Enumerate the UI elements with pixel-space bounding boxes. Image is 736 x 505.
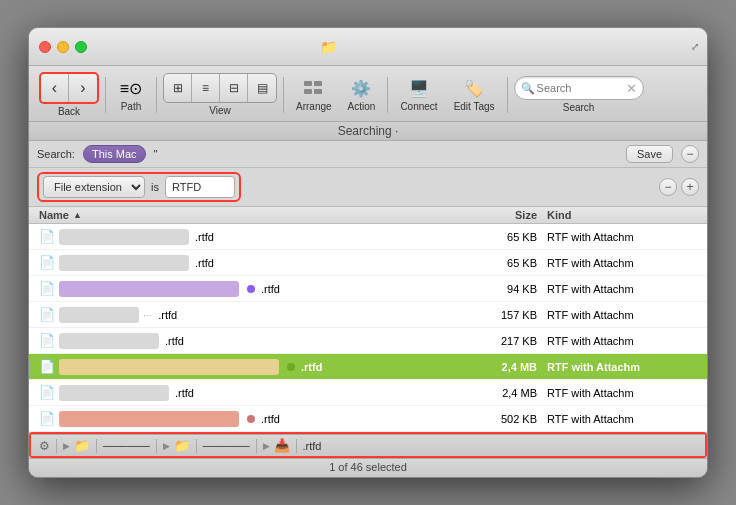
file-name-bar	[59, 229, 189, 245]
connect-label: Connect	[400, 101, 437, 112]
arrange-label: Arrange	[296, 101, 332, 112]
edit-tags-button[interactable]: 🏷️ Edit Tags	[448, 75, 501, 114]
name-column-header[interactable]: Name ▲	[39, 209, 457, 221]
remove-rule-button[interactable]: −	[659, 178, 677, 196]
toolbar: ‹ › Back ≡⊙ Path ⊞ ≡ ⊟ ▤ View	[29, 66, 707, 122]
path-separator-2	[96, 439, 97, 453]
file-name-cell: 📄 .rtfd	[39, 411, 457, 427]
connect-icon: 🖥️	[406, 77, 432, 99]
table-row[interactable]: 📄 ··· .rtfd 157 KB RTF with Attachm	[29, 302, 707, 328]
search-quote: "	[154, 148, 158, 160]
table-row[interactable]: 📄 .rtfd 65 KB RTF with Attachm	[29, 224, 707, 250]
file-ext: .rtfd	[195, 257, 214, 269]
search-scope-label: Search:	[37, 148, 75, 160]
back-button[interactable]: ‹	[41, 74, 69, 102]
file-icon: 📄	[39, 281, 55, 296]
minimize-button[interactable]	[57, 41, 69, 53]
file-name-cell: 📄 .rtfd	[39, 385, 457, 401]
chevron-icon-1: ▶	[63, 441, 70, 451]
kind-cell: RTF with Attachm	[537, 387, 697, 399]
kind-cell: RTF with Attachm	[537, 283, 697, 295]
file-ext: .rtfd	[261, 283, 280, 295]
file-name-bar	[59, 307, 139, 323]
size-cell: 217 KB	[457, 335, 537, 347]
path-button[interactable]: ≡⊙ Path	[112, 75, 150, 114]
add-rule-button[interactable]: +	[681, 178, 699, 196]
path-separator-4	[196, 439, 197, 453]
size-cell: 94 KB	[457, 283, 537, 295]
search-icon: 🔍	[521, 82, 535, 95]
this-mac-button[interactable]: This Mac	[83, 145, 146, 163]
search-box[interactable]: 🔍 ✕	[514, 76, 644, 100]
file-ext: .rtfd	[175, 387, 194, 399]
connect-button[interactable]: 🖥️ Connect	[394, 75, 443, 114]
save-button[interactable]: Save	[626, 145, 673, 163]
table-row[interactable]: 📄 .rtfd 502 KB RTF with Attachm	[29, 406, 707, 432]
remove-filter-button[interactable]: −	[681, 145, 699, 163]
file-icon: 📄	[39, 385, 55, 400]
table-row[interactable]: 📄 .rtfd 2,4 MB RTF with Attachm	[29, 354, 707, 380]
file-name-cell: 📄 .rtfd	[39, 333, 457, 349]
size-column-header[interactable]: Size	[457, 209, 537, 221]
action-label: Action	[348, 101, 376, 112]
filter-highlighted-container: File extension is	[37, 172, 241, 202]
path-item-2: ──────	[203, 440, 250, 452]
file-name-bar	[59, 359, 279, 375]
kind-column-header[interactable]: Kind	[537, 209, 697, 221]
size-cell: 157 KB	[457, 309, 537, 321]
file-icon: 📄	[39, 411, 55, 426]
path-label: Path	[121, 101, 142, 112]
file-name-cell: 📄 .rtfd	[39, 229, 457, 245]
close-button[interactable]	[39, 41, 51, 53]
forward-button[interactable]: ›	[69, 74, 97, 102]
action-icon: ⚙️	[348, 77, 374, 99]
cover-flow-button[interactable]: ▤	[248, 74, 276, 102]
file-list: 📄 .rtfd 65 KB RTF with Attachm 📄 .rtfd 6…	[29, 224, 707, 432]
column-headers: Name ▲ Size Kind	[29, 207, 707, 224]
file-name-cell: 📄 .rtfd	[39, 255, 457, 271]
icon-view-button[interactable]: ⊞	[164, 74, 192, 102]
kind-cell: RTF with Attachm	[537, 335, 697, 347]
table-row[interactable]: 📄 .rtfd 65 KB RTF with Attachm	[29, 250, 707, 276]
folder-icon-2[interactable]: 📁	[174, 438, 190, 453]
table-row[interactable]: 📄 .rtfd 94 KB RTF with Attachm	[29, 276, 707, 302]
column-view-button[interactable]: ⊟	[220, 74, 248, 102]
file-ext: .rtfd	[301, 361, 322, 373]
filter-value-input[interactable]	[165, 176, 235, 198]
svg-rect-2	[304, 89, 312, 94]
action-button[interactable]: ⚙️ Action	[342, 75, 382, 114]
search-scope-bar: Search: This Mac " Save −	[29, 141, 707, 168]
list-view-button[interactable]: ≡	[192, 74, 220, 102]
folder-icon-1[interactable]: 📁	[74, 438, 90, 453]
settings-icon[interactable]: ⚙	[39, 439, 50, 453]
search-clear-icon[interactable]: ✕	[626, 81, 637, 96]
resize-button[interactable]: ⤢	[691, 41, 699, 52]
inbox-icon[interactable]: 📥	[274, 438, 290, 453]
toolbar-sep-5	[507, 77, 508, 113]
zoom-button[interactable]	[75, 41, 87, 53]
file-icon: 📄	[39, 307, 55, 322]
filter-type-select[interactable]: File extension	[43, 176, 145, 198]
window-title: Searching ·	[338, 124, 399, 138]
back-label: Back	[58, 106, 80, 117]
table-row[interactable]: 📄 .rtfd 2,4 MB RTF with Attachm	[29, 380, 707, 406]
file-ext: .rtfd	[195, 231, 214, 243]
chevron-icon-2: ▶	[163, 441, 170, 451]
filter-action-buttons: − +	[659, 178, 699, 196]
path-separator-1	[56, 439, 57, 453]
titlebar: 📁 ⤢	[29, 28, 707, 66]
path-separator-6	[296, 439, 297, 453]
chevron-icon-3: ▶	[263, 441, 270, 451]
arrange-button[interactable]: Arrange	[290, 75, 338, 114]
file-name-bar	[59, 255, 189, 271]
view-button-group: ⊞ ≡ ⊟ ▤	[163, 73, 277, 103]
toolbar-sep-2	[156, 77, 157, 113]
file-icon: 📄	[39, 333, 55, 348]
size-cell: 65 KB	[457, 257, 537, 269]
size-cell: 502 KB	[457, 413, 537, 425]
arrange-icon	[301, 77, 327, 99]
search-input[interactable]	[537, 82, 626, 94]
table-row[interactable]: 📄 .rtfd 217 KB RTF with Attachm	[29, 328, 707, 354]
path-separator-3	[156, 439, 157, 453]
file-icon: 📄	[39, 229, 55, 244]
